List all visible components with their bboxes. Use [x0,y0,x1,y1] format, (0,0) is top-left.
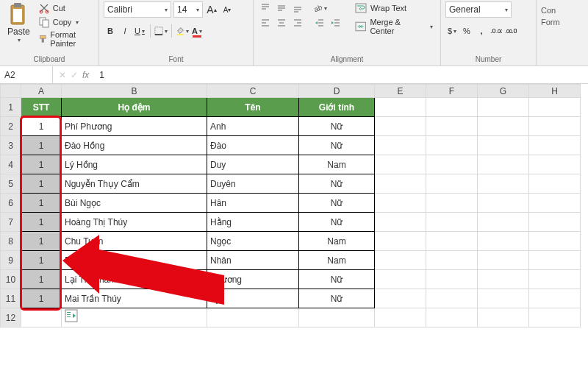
row-header[interactable]: 9 [1,251,21,270]
align-right-button[interactable] [290,16,305,29]
cell[interactable] [426,174,478,194]
cell[interactable] [478,136,529,155]
accounting-format-button[interactable]: $▾ [445,24,459,38]
cell[interactable] [529,155,581,174]
cell[interactable] [478,98,529,117]
cell[interactable] [375,213,426,232]
cell[interactable] [426,117,478,136]
cell[interactable]: Bùi Ngọc [62,194,207,213]
cell[interactable] [426,194,478,213]
cell[interactable] [529,117,581,136]
increase-decimal-button[interactable]: .0.00 [490,24,503,38]
cell[interactable]: 1 [21,289,62,308]
cell[interactable] [375,155,426,174]
cell[interactable] [529,232,581,251]
cell[interactable]: 1 [21,155,62,174]
cell[interactable] [478,155,529,174]
cell[interactable] [478,251,529,270]
cell[interactable] [207,308,299,328]
cell[interactable] [529,251,581,270]
cell[interactable]: Lại Thị Thanh [62,270,207,289]
cell[interactable]: Hoàng Thị Thúy [62,213,207,232]
enter-formula-icon[interactable]: ✓ [71,70,78,80]
conditional-formatting-partial[interactable]: Con [541,6,556,15]
align-bottom-button[interactable] [290,1,305,15]
cell[interactable]: Đào [207,136,299,155]
cell[interactable] [478,213,529,232]
cell[interactable]: Nữ [299,270,375,289]
cell[interactable]: Đào Hồng [62,136,207,155]
cell[interactable] [529,270,581,289]
cell[interactable]: Vy [207,289,299,308]
increase-font-button[interactable]: A▴ [205,2,218,17]
autofill-options-icon[interactable] [65,309,78,322]
cell[interactable] [426,232,478,251]
cell[interactable] [478,270,529,289]
cell[interactable] [426,213,478,232]
row-header[interactable]: 5 [1,174,21,194]
align-middle-button[interactable] [274,1,289,15]
col-header-D[interactable]: D [299,85,375,98]
cell[interactable]: Phí Phương [62,117,207,136]
col-header-F[interactable]: F [426,85,478,98]
cell[interactable] [426,289,478,308]
font-color-button[interactable]: A▾ [190,24,204,38]
cell[interactable] [529,98,581,117]
col-header-A[interactable]: A [21,85,62,98]
font-size-dropdown[interactable]: 14▾ [173,1,203,18]
cell[interactable]: Nữ [299,289,375,308]
cell[interactable]: Đặng Ngọc [62,251,207,270]
cell[interactable]: Nữ [299,174,375,194]
cell[interactable]: STT [21,98,62,117]
cell[interactable] [375,174,426,194]
cell[interactable]: Chu Tuấn [62,232,207,251]
cell[interactable] [299,308,375,328]
row-header[interactable]: 11 [1,289,21,308]
cell[interactable]: Họ đệm [62,98,207,117]
cell[interactable]: Giới tính [299,98,375,117]
row-header[interactable]: 6 [1,194,21,213]
cell[interactable]: Nam [299,251,375,270]
cell[interactable]: 1 [21,194,62,213]
format-painter-button[interactable]: Format Painter [36,29,94,49]
cell[interactable] [426,270,478,289]
cell[interactable] [21,308,62,328]
cut-button[interactable]: Cut [36,1,94,15]
cell[interactable] [375,232,426,251]
cancel-formula-icon[interactable]: ✕ [59,70,66,80]
select-all-corner[interactable] [1,85,21,98]
cell[interactable] [375,117,426,136]
align-center-button[interactable] [274,16,289,29]
row-header[interactable]: 2 [1,117,21,136]
cell[interactable] [426,136,478,155]
number-format-dropdown[interactable]: General▾ [445,1,512,18]
cell[interactable]: Phương [207,270,299,289]
merge-center-button[interactable]: Merge & Center▾ [352,16,436,37]
cell[interactable] [529,289,581,308]
cell[interactable]: Ngọc [207,232,299,251]
cell[interactable]: 1 [21,213,62,232]
cell[interactable] [529,136,581,155]
cell[interactable] [529,213,581,232]
col-header-E[interactable]: E [375,85,426,98]
row-header[interactable]: 3 [1,136,21,155]
cell[interactable] [426,251,478,270]
cell[interactable]: Hân [207,194,299,213]
comma-format-button[interactable]: , [475,24,488,38]
cell[interactable]: Nhân [207,251,299,270]
row-header[interactable]: 1 [1,98,21,117]
cell[interactable] [375,270,426,289]
cell[interactable] [426,98,478,117]
cell[interactable]: 1 [21,251,62,270]
font-name-dropdown[interactable]: Calibri▾ [104,1,171,18]
cell[interactable]: Duy [207,155,299,174]
cell[interactable] [375,251,426,270]
cell[interactable]: Duyên [207,174,299,194]
cell[interactable]: Anh [207,117,299,136]
cell[interactable]: Nữ [299,117,375,136]
cell[interactable] [375,289,426,308]
cell[interactable] [426,155,478,174]
increase-indent-button[interactable] [329,16,343,29]
bold-button[interactable]: B [104,24,117,38]
cell[interactable] [375,194,426,213]
